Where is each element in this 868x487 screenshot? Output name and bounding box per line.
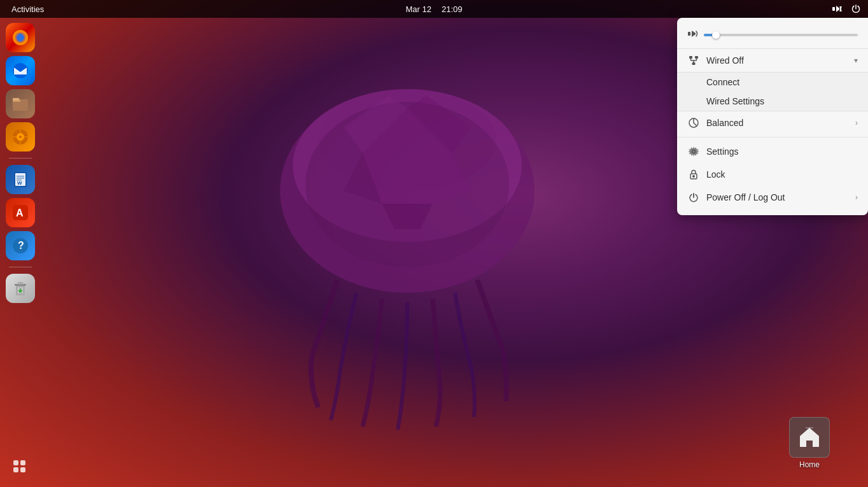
dock-item-firefox[interactable] bbox=[6, 23, 35, 52]
wired-settings-label: Wired Settings bbox=[706, 96, 764, 106]
activities-button[interactable]: Activities bbox=[6, 4, 49, 14]
svg-point-21 bbox=[19, 136, 22, 138]
svg-rect-18 bbox=[13, 98, 19, 101]
dock-separator-1 bbox=[9, 158, 32, 159]
volume-slider[interactable] bbox=[704, 34, 858, 36]
svg-rect-38 bbox=[13, 460, 18, 465]
network-icon bbox=[687, 54, 700, 67]
svg-rect-45 bbox=[695, 56, 698, 59]
power-off-menu-item[interactable]: Power Off / Log Out › bbox=[677, 186, 868, 209]
dock-item-writer[interactable]: W bbox=[6, 165, 35, 194]
svg-rect-39 bbox=[20, 460, 25, 465]
svg-rect-25 bbox=[17, 178, 24, 179]
svg-point-54 bbox=[693, 176, 694, 177]
connect-label: Connect bbox=[706, 77, 739, 87]
wired-chevron: ▾ bbox=[854, 56, 858, 65]
svg-rect-34 bbox=[18, 282, 23, 285]
home-icon-box bbox=[789, 417, 830, 458]
desktop: Activities Mar 12 21:09 bbox=[0, 0, 868, 487]
svg-rect-44 bbox=[689, 56, 692, 59]
lock-icon bbox=[687, 168, 700, 181]
date-label: Mar 12 bbox=[405, 4, 431, 14]
lock-label: Lock bbox=[706, 169, 858, 180]
svg-rect-41 bbox=[20, 467, 25, 472]
wired-off-menu-item[interactable]: Wired Off ▾ bbox=[677, 49, 868, 72]
svg-rect-43 bbox=[688, 32, 690, 36]
svg-rect-40 bbox=[13, 467, 18, 472]
jellyfish-decoration bbox=[159, 76, 655, 433]
dock-item-files[interactable] bbox=[6, 89, 35, 118]
dock-item-appstore[interactable]: A bbox=[6, 198, 35, 227]
power-chevron: › bbox=[855, 193, 858, 202]
svg-rect-24 bbox=[17, 176, 24, 177]
connect-menu-item[interactable]: Connect bbox=[677, 73, 868, 92]
power-tray-icon[interactable] bbox=[849, 2, 863, 16]
dock-item-rhythmbox[interactable] bbox=[6, 122, 35, 152]
dock-item-thunderbird[interactable] bbox=[6, 56, 35, 85]
dock-separator-2 bbox=[9, 267, 32, 267]
svg-rect-10 bbox=[832, 7, 835, 11]
wired-submenu: Connect Wired Settings bbox=[677, 72, 868, 111]
home-label: Home bbox=[799, 460, 820, 469]
power-icon bbox=[687, 191, 700, 204]
wired-settings-menu-item[interactable]: Wired Settings bbox=[677, 92, 868, 111]
volume-row bbox=[677, 24, 868, 49]
balanced-chevron: › bbox=[855, 118, 858, 127]
volume-icon bbox=[687, 28, 699, 42]
svg-text:A: A bbox=[16, 208, 24, 218]
wired-off-label: Wired Off bbox=[706, 55, 848, 66]
dock-item-show-apps[interactable] bbox=[6, 453, 35, 482]
dock-item-trash[interactable] bbox=[6, 274, 35, 303]
settings-menu-item[interactable]: Settings bbox=[677, 140, 868, 163]
dock: W A ? bbox=[0, 18, 41, 487]
settings-label: Settings bbox=[706, 146, 858, 157]
power-off-label: Power Off / Log Out bbox=[706, 192, 849, 202]
sound-tray-icon[interactable] bbox=[830, 2, 844, 16]
time-label: 21:09 bbox=[442, 4, 463, 14]
svg-text:W: W bbox=[17, 180, 22, 186]
svg-rect-42 bbox=[806, 427, 813, 428]
system-menu-popup: Wired Off ▾ Connect Wired Settings Balan… bbox=[677, 18, 868, 215]
balanced-label: Balanced bbox=[706, 118, 849, 128]
balanced-icon bbox=[687, 116, 700, 129]
topbar: Activities Mar 12 21:09 bbox=[0, 0, 868, 18]
svg-text:?: ? bbox=[18, 240, 24, 251]
topbar-tray bbox=[830, 2, 868, 16]
topbar-datetime: Mar 12 21:09 bbox=[405, 4, 462, 14]
dock-item-help[interactable]: ? bbox=[6, 231, 35, 260]
lock-menu-item[interactable]: Lock bbox=[677, 163, 868, 186]
svg-rect-46 bbox=[692, 62, 696, 65]
menu-divider-1 bbox=[677, 137, 868, 138]
home-desktop-icon[interactable]: Home bbox=[789, 417, 830, 469]
balanced-menu-item[interactable]: Balanced › bbox=[677, 111, 868, 134]
settings-icon bbox=[687, 145, 700, 158]
